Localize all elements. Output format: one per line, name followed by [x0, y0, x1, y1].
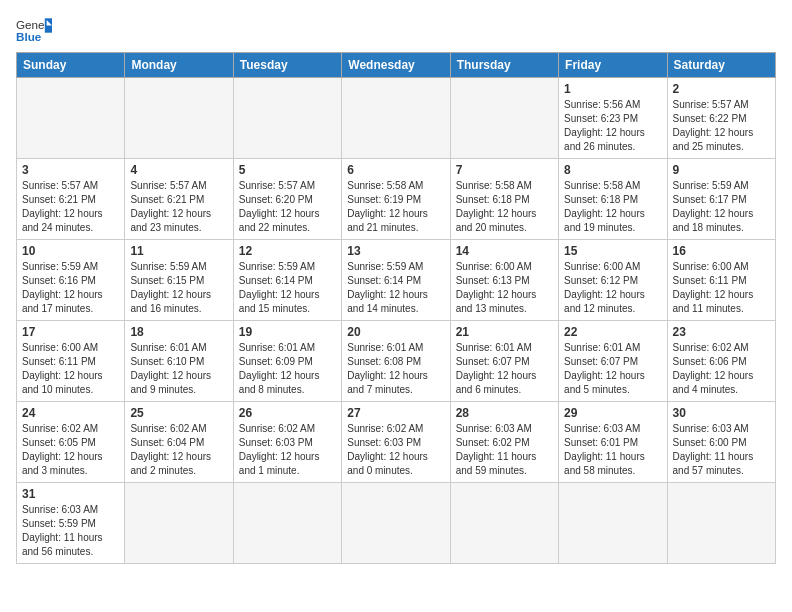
- day-number: 15: [564, 244, 661, 258]
- day-info: Sunrise: 6:03 AM Sunset: 6:02 PM Dayligh…: [456, 422, 553, 478]
- day-info: Sunrise: 5:59 AM Sunset: 6:15 PM Dayligh…: [130, 260, 227, 316]
- day-number: 13: [347, 244, 444, 258]
- calendar-cell: 5Sunrise: 5:57 AM Sunset: 6:20 PM Daylig…: [233, 159, 341, 240]
- svg-text:Blue: Blue: [16, 30, 42, 43]
- calendar-cell: 8Sunrise: 5:58 AM Sunset: 6:18 PM Daylig…: [559, 159, 667, 240]
- day-number: 28: [456, 406, 553, 420]
- day-number: 20: [347, 325, 444, 339]
- day-number: 19: [239, 325, 336, 339]
- day-number: 18: [130, 325, 227, 339]
- calendar-cell: [233, 483, 341, 564]
- calendar-cell: 21Sunrise: 6:01 AM Sunset: 6:07 PM Dayli…: [450, 321, 558, 402]
- column-header-monday: Monday: [125, 53, 233, 78]
- day-info: Sunrise: 6:02 AM Sunset: 6:04 PM Dayligh…: [130, 422, 227, 478]
- calendar-cell: [125, 483, 233, 564]
- day-info: Sunrise: 6:02 AM Sunset: 6:03 PM Dayligh…: [239, 422, 336, 478]
- day-number: 14: [456, 244, 553, 258]
- calendar-week-1: 3Sunrise: 5:57 AM Sunset: 6:21 PM Daylig…: [17, 159, 776, 240]
- day-info: Sunrise: 5:59 AM Sunset: 6:14 PM Dayligh…: [347, 260, 444, 316]
- calendar-cell: 27Sunrise: 6:02 AM Sunset: 6:03 PM Dayli…: [342, 402, 450, 483]
- day-number: 17: [22, 325, 119, 339]
- day-number: 30: [673, 406, 770, 420]
- day-info: Sunrise: 6:03 AM Sunset: 5:59 PM Dayligh…: [22, 503, 119, 559]
- calendar-cell: 23Sunrise: 6:02 AM Sunset: 6:06 PM Dayli…: [667, 321, 775, 402]
- day-info: Sunrise: 5:56 AM Sunset: 6:23 PM Dayligh…: [564, 98, 661, 154]
- calendar-header-row: SundayMondayTuesdayWednesdayThursdayFrid…: [17, 53, 776, 78]
- calendar-cell: [667, 483, 775, 564]
- day-number: 29: [564, 406, 661, 420]
- day-info: Sunrise: 6:01 AM Sunset: 6:07 PM Dayligh…: [564, 341, 661, 397]
- day-info: Sunrise: 6:01 AM Sunset: 6:07 PM Dayligh…: [456, 341, 553, 397]
- day-number: 24: [22, 406, 119, 420]
- column-header-tuesday: Tuesday: [233, 53, 341, 78]
- day-info: Sunrise: 5:59 AM Sunset: 6:16 PM Dayligh…: [22, 260, 119, 316]
- calendar-cell: 16Sunrise: 6:00 AM Sunset: 6:11 PM Dayli…: [667, 240, 775, 321]
- logo: General Blue: [16, 16, 52, 44]
- calendar-cell: [342, 78, 450, 159]
- column-header-friday: Friday: [559, 53, 667, 78]
- calendar-cell: 10Sunrise: 5:59 AM Sunset: 6:16 PM Dayli…: [17, 240, 125, 321]
- calendar-cell: 31Sunrise: 6:03 AM Sunset: 5:59 PM Dayli…: [17, 483, 125, 564]
- calendar-cell: 12Sunrise: 5:59 AM Sunset: 6:14 PM Dayli…: [233, 240, 341, 321]
- calendar-cell: 19Sunrise: 6:01 AM Sunset: 6:09 PM Dayli…: [233, 321, 341, 402]
- calendar-cell: 18Sunrise: 6:01 AM Sunset: 6:10 PM Dayli…: [125, 321, 233, 402]
- day-info: Sunrise: 6:03 AM Sunset: 6:00 PM Dayligh…: [673, 422, 770, 478]
- calendar-cell: [559, 483, 667, 564]
- column-header-wednesday: Wednesday: [342, 53, 450, 78]
- day-info: Sunrise: 6:02 AM Sunset: 6:03 PM Dayligh…: [347, 422, 444, 478]
- day-info: Sunrise: 5:59 AM Sunset: 6:14 PM Dayligh…: [239, 260, 336, 316]
- day-number: 5: [239, 163, 336, 177]
- calendar-cell: 2Sunrise: 5:57 AM Sunset: 6:22 PM Daylig…: [667, 78, 775, 159]
- calendar-cell: 25Sunrise: 6:02 AM Sunset: 6:04 PM Dayli…: [125, 402, 233, 483]
- calendar-cell: 26Sunrise: 6:02 AM Sunset: 6:03 PM Dayli…: [233, 402, 341, 483]
- calendar-week-0: 1Sunrise: 5:56 AM Sunset: 6:23 PM Daylig…: [17, 78, 776, 159]
- day-number: 26: [239, 406, 336, 420]
- calendar-week-2: 10Sunrise: 5:59 AM Sunset: 6:16 PM Dayli…: [17, 240, 776, 321]
- day-number: 31: [22, 487, 119, 501]
- day-number: 16: [673, 244, 770, 258]
- calendar-cell: [342, 483, 450, 564]
- day-number: 12: [239, 244, 336, 258]
- day-number: 1: [564, 82, 661, 96]
- header: General Blue: [16, 16, 776, 44]
- day-info: Sunrise: 5:57 AM Sunset: 6:21 PM Dayligh…: [22, 179, 119, 235]
- calendar-cell: 14Sunrise: 6:00 AM Sunset: 6:13 PM Dayli…: [450, 240, 558, 321]
- day-info: Sunrise: 6:00 AM Sunset: 6:12 PM Dayligh…: [564, 260, 661, 316]
- day-number: 22: [564, 325, 661, 339]
- calendar-cell: 13Sunrise: 5:59 AM Sunset: 6:14 PM Dayli…: [342, 240, 450, 321]
- calendar-cell: 9Sunrise: 5:59 AM Sunset: 6:17 PM Daylig…: [667, 159, 775, 240]
- day-number: 7: [456, 163, 553, 177]
- day-number: 6: [347, 163, 444, 177]
- calendar-cell: 11Sunrise: 5:59 AM Sunset: 6:15 PM Dayli…: [125, 240, 233, 321]
- calendar-cell: 22Sunrise: 6:01 AM Sunset: 6:07 PM Dayli…: [559, 321, 667, 402]
- day-info: Sunrise: 5:58 AM Sunset: 6:19 PM Dayligh…: [347, 179, 444, 235]
- logo-icon: General Blue: [16, 16, 52, 44]
- day-info: Sunrise: 5:58 AM Sunset: 6:18 PM Dayligh…: [564, 179, 661, 235]
- calendar-cell: 4Sunrise: 5:57 AM Sunset: 6:21 PM Daylig…: [125, 159, 233, 240]
- calendar-cell: 17Sunrise: 6:00 AM Sunset: 6:11 PM Dayli…: [17, 321, 125, 402]
- calendar-cell: 6Sunrise: 5:58 AM Sunset: 6:19 PM Daylig…: [342, 159, 450, 240]
- day-number: 2: [673, 82, 770, 96]
- day-info: Sunrise: 6:02 AM Sunset: 6:05 PM Dayligh…: [22, 422, 119, 478]
- day-info: Sunrise: 6:00 AM Sunset: 6:11 PM Dayligh…: [673, 260, 770, 316]
- calendar-cell: [125, 78, 233, 159]
- day-number: 25: [130, 406, 227, 420]
- day-number: 9: [673, 163, 770, 177]
- calendar-cell: 1Sunrise: 5:56 AM Sunset: 6:23 PM Daylig…: [559, 78, 667, 159]
- day-info: Sunrise: 6:01 AM Sunset: 6:08 PM Dayligh…: [347, 341, 444, 397]
- calendar-cell: [233, 78, 341, 159]
- day-info: Sunrise: 6:02 AM Sunset: 6:06 PM Dayligh…: [673, 341, 770, 397]
- calendar-week-5: 31Sunrise: 6:03 AM Sunset: 5:59 PM Dayli…: [17, 483, 776, 564]
- calendar-cell: 7Sunrise: 5:58 AM Sunset: 6:18 PM Daylig…: [450, 159, 558, 240]
- day-info: Sunrise: 6:03 AM Sunset: 6:01 PM Dayligh…: [564, 422, 661, 478]
- calendar-cell: 15Sunrise: 6:00 AM Sunset: 6:12 PM Dayli…: [559, 240, 667, 321]
- calendar-cell: 28Sunrise: 6:03 AM Sunset: 6:02 PM Dayli…: [450, 402, 558, 483]
- day-info: Sunrise: 5:57 AM Sunset: 6:20 PM Dayligh…: [239, 179, 336, 235]
- day-number: 23: [673, 325, 770, 339]
- day-number: 21: [456, 325, 553, 339]
- calendar-cell: [450, 78, 558, 159]
- day-number: 11: [130, 244, 227, 258]
- calendar-cell: 24Sunrise: 6:02 AM Sunset: 6:05 PM Dayli…: [17, 402, 125, 483]
- column-header-sunday: Sunday: [17, 53, 125, 78]
- day-info: Sunrise: 5:57 AM Sunset: 6:22 PM Dayligh…: [673, 98, 770, 154]
